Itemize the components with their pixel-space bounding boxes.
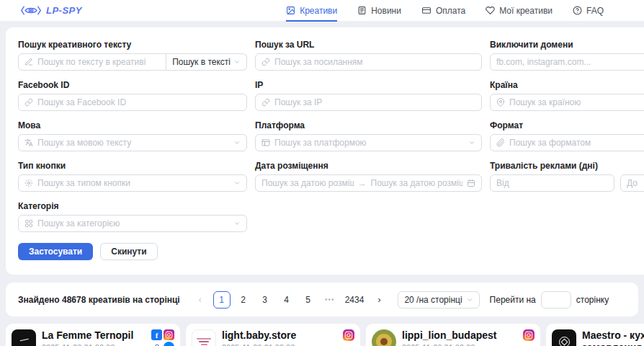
baby-store-logo (192, 329, 216, 346)
tab-news[interactable]: Новини (357, 0, 401, 22)
prev-page-button[interactable]: ‹ (192, 291, 209, 309)
link-icon (24, 98, 33, 107)
filter-url: Пошук за URL (255, 40, 482, 71)
top-header: LP-SPY Креативи Новини Оплата Мої креати… (0, 0, 644, 22)
app-logo[interactable]: LP-SPY (20, 5, 82, 16)
messenger-icon (164, 342, 174, 346)
tab-label: FAQ (586, 6, 604, 16)
page-size-select[interactable]: 20 /на сторінці (398, 291, 479, 309)
page-button[interactable]: 5 (300, 291, 317, 309)
field-label: Тип кнопки (18, 161, 247, 171)
apply-button[interactable]: Застосувати (18, 243, 93, 260)
creative-card[interactable]: lippi_lion_budapest 2025-11-20 21:02:03 … (366, 324, 540, 346)
filter-duration: Тривалість реклами (дні) (490, 161, 644, 192)
platform-select[interactable] (255, 134, 482, 151)
language-select[interactable] (18, 134, 247, 151)
main-nav: Креативи Новини Оплата Мої креативи FAQ (286, 0, 604, 22)
field-label: Платформа (255, 120, 482, 130)
url-input[interactable] (274, 57, 475, 67)
category-grid-icon (24, 219, 33, 228)
filter-ip: IP (255, 80, 482, 111)
format-input[interactable] (509, 138, 644, 148)
creative-date: 2025-11-20 21:02:03 (402, 343, 517, 346)
news-icon (357, 6, 367, 15)
tab-label: Креативи (300, 6, 337, 16)
language-input[interactable] (37, 138, 229, 148)
mode-value: Пошук в тексті (172, 57, 231, 67)
exclude-domains-input[interactable] (496, 57, 644, 67)
browser-icon (261, 138, 270, 147)
filter-category: Категорія (18, 201, 247, 232)
creative-card[interactable]: light.baby.store 2025-11-20 21:02:03 3 d… (186, 324, 360, 346)
field-label: Дата розміщення (255, 161, 482, 171)
field-label: Пошук креативного тексту (18, 40, 247, 50)
filter-format: Формат (490, 120, 644, 151)
page-size-value: 20 /на сторінці (404, 295, 462, 305)
page-button[interactable]: 1 (213, 291, 231, 309)
duration-from-input[interactable] (496, 178, 608, 188)
field-label: Мова (18, 120, 247, 130)
button-type-select[interactable] (18, 174, 247, 192)
button-type-input[interactable] (37, 178, 229, 188)
category-input[interactable] (37, 218, 229, 229)
page-button[interactable]: 4 (278, 291, 295, 309)
field-label: Тривалість реклами (дні) (490, 161, 644, 171)
goto-page-label: Перейти на (490, 295, 536, 305)
gear-icon (24, 179, 33, 187)
tab-payment[interactable]: Оплата (421, 0, 465, 22)
range-arrow: → (358, 178, 367, 188)
chevron-down-icon (233, 179, 241, 187)
reset-button[interactable]: Скинути (100, 243, 157, 260)
pagination-panel: Знайдено 48678 креативів на сторінці ‹ 1… (6, 283, 638, 316)
text-search-mode-select[interactable]: Пошук в тексті (166, 53, 247, 71)
results-count: Знайдено 48678 креативів на сторінці (18, 295, 180, 305)
date-to-input[interactable] (371, 178, 463, 188)
duration-to-input[interactable] (627, 178, 644, 188)
chevron-down-icon (233, 220, 241, 227)
page-button[interactable]: 3 (256, 291, 274, 309)
next-page-button[interactable]: › (370, 291, 388, 309)
goto-page-input[interactable] (541, 291, 571, 309)
creative-date: 2025-11-20 21:02:03 (42, 343, 146, 346)
page-button[interactable]: 2434 (343, 291, 367, 309)
profile-icon (151, 342, 162, 346)
category-select[interactable] (18, 215, 247, 232)
field-label: Категорія (18, 201, 247, 211)
pages-ellipsis[interactable]: ••• (321, 291, 339, 309)
field-label: Країна (490, 80, 644, 90)
la-femme-logo: LA FEMME (12, 329, 36, 346)
creative-card[interactable]: Maestro - кухні, ме замовлення в Ужго 20… (546, 324, 644, 346)
advertiser-name: light.baby.store (222, 329, 337, 342)
link-icon (261, 98, 270, 107)
goto-page-suffix: сторінку (576, 295, 609, 305)
creative-card[interactable]: LA FEMME La Femme Ternopil 2025-11-20 21… (6, 324, 180, 346)
creative-text-input[interactable] (37, 57, 160, 67)
tab-label: Оплата (436, 6, 465, 16)
heart-icon (486, 6, 495, 15)
lion-logo (372, 329, 396, 346)
date-from-input[interactable] (261, 178, 354, 188)
link-icon (261, 58, 270, 66)
advertiser-name: lippi_lion_budapest (402, 329, 517, 342)
field-label: Формат (490, 120, 644, 130)
credit-card-icon (421, 6, 431, 15)
maestro-logo (552, 329, 576, 346)
ip-input[interactable] (274, 97, 475, 107)
filter-creative-text: Пошук креативного тексту Пошук в тексті (18, 40, 247, 71)
tab-label: Мої креативи (499, 6, 553, 16)
facebook-id-input[interactable] (37, 97, 241, 107)
chevron-down-icon (466, 296, 473, 303)
tab-creatives[interactable]: Креативи (286, 0, 337, 22)
chevron-down-icon (233, 139, 241, 146)
page-button[interactable]: 2 (235, 291, 252, 309)
map-pin-icon (496, 98, 505, 107)
question-circle-icon (573, 6, 582, 15)
tab-my-creatives[interactable]: Мої креативи (486, 0, 553, 22)
filter-country: Країна (490, 80, 644, 111)
tab-faq[interactable]: FAQ (573, 0, 604, 22)
platform-input[interactable] (274, 138, 464, 148)
country-input[interactable] (509, 97, 644, 107)
date-range-picker[interactable]: → (255, 174, 482, 192)
advertiser-name: La Femme Ternopil (42, 329, 146, 342)
chevron-down-icon (468, 139, 475, 146)
